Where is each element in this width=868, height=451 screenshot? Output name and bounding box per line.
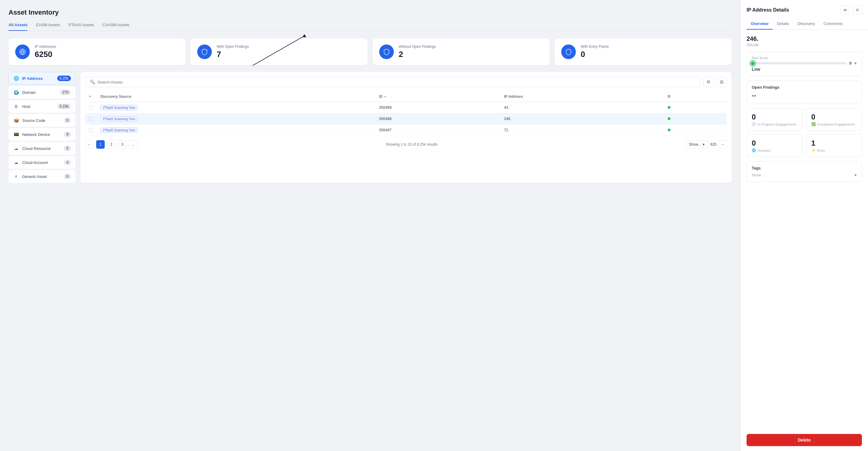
total-pages-value: 625 [710, 142, 716, 147]
row-ip: 246. [500, 113, 664, 124]
right-content: 246. 356498 Risk Score 0 ▾ Low Open Find… [741, 30, 868, 188]
checkmark-icon: ✅ [811, 122, 816, 126]
search-input[interactable] [97, 80, 695, 84]
sidebar-label-network: Network Device [22, 132, 50, 137]
tags-section: Tags None ▾ [747, 161, 862, 182]
sidebar-label-source: Source Code [22, 118, 45, 123]
stat-info-nofind: Without Open Findings 2 [399, 45, 436, 59]
table-row[interactable]: PTaaS Scanning Tool 356498 246. [85, 113, 727, 124]
search-icon: 🔍 [90, 80, 95, 84]
page-title: Asset Inventory [8, 8, 732, 17]
th-discovery[interactable]: Discovery Source [97, 91, 375, 102]
tags-label: Tags [752, 166, 857, 170]
metric-label-inprogress: 🕐 In Progress Engagements [752, 122, 797, 126]
sidebar-count-host: 5.23k [57, 104, 71, 109]
metric-value-completed: 0 [811, 113, 857, 121]
sidebar-item-domain[interactable]: 🌍 Domain 270 [8, 86, 75, 99]
sidebar-item-generic[interactable]: # Generic Asset 6 [8, 170, 75, 183]
page-1-button[interactable]: 1 [96, 140, 105, 149]
risk-expand-icon[interactable]: ▾ [855, 61, 857, 65]
sidebar-count-cloudacc: 4 [64, 160, 71, 165]
sidebar-item-network[interactable]: 📟 Network Device 9 [8, 128, 75, 141]
address-title: 246. [747, 35, 862, 43]
findings-section: Open Findings -- [747, 80, 862, 104]
stat-value-open: 7 [217, 50, 249, 59]
sidebar-item-host[interactable]: 🖥 Host 5.23k [8, 100, 75, 113]
columns-button[interactable]: ⊞ [716, 77, 727, 87]
search-box[interactable]: 🔍 [85, 77, 700, 87]
tabs-row: All Assets EASM Assets PTAAS Assets CAAS… [8, 23, 732, 31]
row-checkbox[interactable] [89, 117, 93, 121]
source-badge: PTaaS Scanning Tool [100, 116, 137, 121]
right-tabs: Overview Details Discovery Comments [741, 19, 868, 30]
stat-label-ip: IP Addresses [35, 45, 56, 49]
sidebar-item-cloudacc[interactable]: ☁ Cloud Account 4 [8, 156, 75, 169]
tab-all-assets[interactable]: All Assets [8, 23, 27, 31]
sidebar-panel: 🌐 IP Address 6.25k 🌍 Domain 270 🖥 Host 5… [8, 72, 75, 183]
close-button[interactable]: ✕ [853, 5, 862, 15]
total-pages: 625 → [710, 140, 727, 149]
metric-value-ports: 1 [811, 139, 857, 147]
delete-button[interactable]: Delete [747, 434, 862, 446]
show-dropdown[interactable]: Show... ▾ [686, 140, 708, 148]
tags-expand-icon[interactable]: ▾ [855, 173, 857, 177]
th-ip[interactable]: IP Address [500, 91, 664, 102]
sidebar-item-source[interactable]: 📦 Source Code 6 [8, 114, 75, 127]
sidebar-label-generic: Generic Asset [22, 174, 47, 179]
eye-button[interactable]: 👁 [841, 5, 850, 15]
page-3-button[interactable]: 3 [118, 140, 127, 149]
metric-value-domains: 0 [752, 139, 797, 147]
stat-label-open: With Open Findings [217, 45, 249, 49]
next-page-button[interactable]: → [718, 140, 727, 149]
stat-value-ip: 6250 [35, 50, 56, 59]
th-id[interactable]: ID▾ [375, 91, 500, 102]
showing-text: Showing 1 to 10 of 6.25k results [140, 142, 683, 147]
tab-ptaas-assets[interactable]: PTAAS Assets [68, 23, 94, 31]
row-ip: 71. [500, 124, 664, 136]
table-row[interactable]: PTaaS Scanning Tool 356499 43. [85, 102, 727, 113]
risk-value: 0 [849, 61, 851, 65]
risk-level: Low [752, 67, 857, 72]
page-dots-button[interactable]: ... [129, 140, 137, 149]
status-dot [668, 106, 671, 109]
stat-card-open: With Open Findings 7 [190, 38, 368, 65]
tab-easm-assets[interactable]: EASM Assets [36, 23, 60, 31]
right-tab-discovery[interactable]: Discovery [794, 19, 819, 30]
row-id: 356499 [375, 102, 500, 113]
stat-card-entry: With Entry Points 0 [555, 38, 732, 65]
domain-icon: 🌍 [13, 89, 19, 95]
sidebar-label-host: Host [22, 104, 30, 109]
prev-page-button[interactable]: ← [85, 140, 94, 149]
findings-label: Open Findings [752, 85, 857, 90]
stat-info-ip: IP Addresses 6250 [35, 45, 56, 59]
right-tab-overview[interactable]: Overview [747, 19, 773, 30]
clock-icon: 🕐 [752, 122, 756, 126]
sidebar-count-ip: 6.25k [57, 76, 71, 81]
sidebar-count-source: 6 [64, 118, 71, 123]
right-tab-comments[interactable]: Comments [819, 19, 847, 30]
cloudacc-icon: ☁ [13, 159, 19, 166]
sidebar-item-cloudres[interactable]: ☁ Cloud Resource 5 [8, 142, 75, 155]
risk-label: Risk Score [752, 56, 857, 60]
right-panel-header: IP Address Details 👁 ✕ [741, 0, 868, 15]
risk-bar-fill [752, 62, 753, 64]
right-panel-title: IP Address Details [747, 7, 789, 13]
source-icon: 📦 [13, 117, 19, 123]
generic-icon: # [13, 173, 19, 179]
sidebar-item-ip[interactable]: 🌐 IP Address 6.25k [8, 72, 75, 85]
page-2-button[interactable]: 2 [107, 140, 116, 149]
row-id: 356498 [375, 113, 500, 124]
sidebar-count-cloudres: 5 [64, 146, 71, 151]
stat-label-entry: With Entry Points [581, 45, 609, 49]
host-icon: 🖥 [13, 103, 19, 109]
table-row[interactable]: PTaaS Scanning Tool 356497 71. [85, 124, 727, 136]
status-dot [668, 129, 671, 131]
tab-caasm-assets[interactable]: CAASM Assets [102, 23, 129, 31]
status-dot [668, 117, 671, 120]
right-tab-details[interactable]: Details [773, 19, 794, 30]
filter-button[interactable]: ⚙ [703, 77, 713, 87]
row-checkbox[interactable] [89, 128, 93, 132]
th-r[interactable]: R [664, 91, 727, 102]
row-checkbox[interactable] [89, 106, 93, 110]
ip-icon: 🌐 [13, 75, 19, 81]
